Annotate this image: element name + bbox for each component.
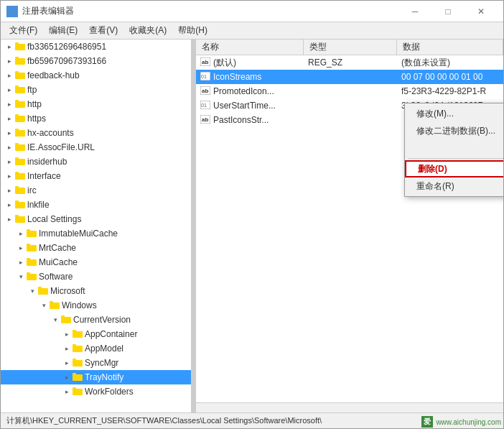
tree-item[interactable]: ▸ TrayNotify (1, 370, 191, 384)
tree-panel[interactable]: ▸ fb336512696486951▸ fb659670967393166▸ … (1, 40, 193, 412)
expand-icon[interactable]: ▸ (4, 142, 15, 153)
expand-icon[interactable]: ▾ (15, 271, 27, 282)
expand-icon[interactable]: ▸ (4, 84, 15, 96)
reg-name-text: UserStartTime... (213, 101, 276, 111)
reg-name-cell: 01 UserStartTime... (196, 101, 304, 111)
context-menu-item[interactable]: 修改二进制数据(B)... (405, 122, 503, 139)
close-button[interactable]: ✕ (465, 1, 498, 22)
svg-rect-34 (27, 259, 37, 266)
svg-rect-9 (15, 71, 19, 73)
expand-icon[interactable]: ▸ (4, 156, 15, 167)
expand-icon[interactable]: ▸ (61, 357, 73, 369)
col-header-data[interactable]: 数据 (397, 40, 503, 55)
menu-favorites[interactable]: 收藏夹(A) (123, 22, 172, 39)
context-menu-item[interactable] (405, 139, 503, 157)
context-menu-item[interactable]: 删除(D) (405, 160, 503, 177)
folder-icon (27, 243, 37, 254)
svg-text:ab: ab (202, 59, 208, 65)
svg-rect-47 (73, 344, 76, 346)
expand-icon[interactable]: ▸ (4, 98, 15, 110)
expand-icon[interactable]: ▸ (4, 199, 15, 211)
tree-item[interactable]: ▸ SyncMgr (1, 356, 191, 370)
menu-bar: 文件(F) 编辑(E) 查看(V) 收藏夹(A) 帮助(H) (1, 22, 503, 40)
reg-name-text: PastIconsStr... (213, 115, 269, 125)
expand-icon[interactable]: ▸ (4, 213, 15, 225)
expand-icon[interactable]: ▾ (27, 285, 38, 297)
svg-rect-25 (15, 186, 19, 188)
tree-item-label: ImmutableMuiCache (39, 229, 118, 239)
tree-item[interactable]: ▸ Local Settings (1, 212, 191, 226)
expand-icon[interactable]: ▸ (4, 70, 15, 81)
tree-item[interactable]: ▸ MuiCache (1, 255, 191, 269)
svg-rect-48 (73, 360, 83, 366)
tree-item[interactable]: ▸ Interface (1, 169, 191, 183)
expand-icon[interactable]: ▸ (61, 372, 73, 383)
expand-icon[interactable]: ▸ (15, 242, 27, 254)
tree-item[interactable]: ▾ Microsoft (1, 284, 191, 298)
tree-item[interactable]: ▸ AppModel (1, 341, 191, 356)
folder-icon (15, 128, 25, 139)
tree-item[interactable]: ▾ CurrentVersion (1, 313, 191, 327)
expand-icon[interactable]: ▸ (4, 170, 15, 182)
svg-rect-32 (27, 245, 37, 252)
col-header-name[interactable]: 名称 (196, 40, 304, 55)
svg-rect-35 (27, 258, 30, 260)
expand-icon[interactable]: ▾ (38, 300, 50, 311)
expand-icon[interactable]: ▸ (61, 386, 73, 397)
tree-item[interactable]: ▸ WorkFolders (1, 384, 191, 399)
tree-item[interactable]: ▸ MrtCache (1, 241, 191, 255)
svg-rect-15 (15, 114, 19, 116)
context-menu-item[interactable]: 修改(M)... (405, 105, 503, 122)
expand-icon[interactable]: ▸ (61, 328, 73, 340)
folder-icon (15, 85, 25, 96)
table-row[interactable]: 01 IconStreams00 07 00 00 00 01 00 (196, 70, 503, 84)
folder-icon (15, 70, 25, 81)
reg-data-cell: 00 07 00 00 00 01 00 (397, 72, 503, 82)
menu-view[interactable]: 查看(V) (83, 22, 123, 39)
folder-icon (15, 142, 25, 153)
col-header-type[interactable]: 类型 (304, 40, 397, 55)
app-icon (6, 6, 18, 17)
tree-item[interactable]: ▸ lnkfile (1, 198, 191, 212)
svg-rect-29 (15, 215, 19, 217)
tree-item[interactable]: ▸ ImmutableMuiCache (1, 226, 191, 241)
menu-edit[interactable]: 编辑(E) (43, 22, 83, 39)
tree-item[interactable]: ▸ https (1, 111, 191, 126)
expand-icon[interactable]: ▸ (4, 113, 15, 124)
table-row[interactable]: ab PromotedIcon...f5-23R3-4229-82P1-R (196, 84, 503, 98)
svg-rect-45 (73, 330, 76, 332)
svg-rect-36 (27, 274, 37, 280)
tree-item[interactable]: ▸ IE.AssocFile.URL (1, 140, 191, 154)
expand-icon[interactable]: ▾ (50, 314, 61, 326)
tree-item[interactable]: ▸ hx-accounts (1, 126, 191, 140)
expand-icon[interactable]: ▸ (15, 257, 27, 268)
expand-icon[interactable]: ▸ (4, 55, 15, 67)
folder-icon (15, 56, 25, 67)
menu-file[interactable]: 文件(F) (4, 22, 43, 39)
tree-item-label: ftp (27, 85, 37, 95)
expand-icon[interactable]: ▸ (61, 343, 73, 354)
right-panel: 名称 类型 数据 ab (默认)REG_SZ(数值未设置) 01 IconStr… (196, 40, 503, 412)
menu-help[interactable]: 帮助(H) (172, 22, 213, 39)
maximize-button[interactable]: □ (431, 1, 465, 22)
horizontal-scrollbar[interactable] (196, 402, 503, 412)
tree-item[interactable]: ▸ ftp (1, 83, 191, 97)
tree-item[interactable]: ▾ Windows (1, 298, 191, 313)
tree-item[interactable]: ▸ fb336512696486951 (1, 40, 191, 54)
svg-rect-24 (15, 188, 25, 194)
minimize-button[interactable]: ─ (398, 1, 431, 22)
tree-item[interactable]: ▸ AppContainer (1, 327, 191, 341)
tree-item[interactable]: ▸ fb659670967393166 (1, 54, 191, 68)
tree-item[interactable]: ▸ feedback-hub (1, 68, 191, 83)
expand-icon[interactable]: ▸ (4, 41, 15, 52)
tree-item[interactable]: ▾ Software (1, 269, 191, 284)
svg-rect-2 (8, 12, 11, 16)
expand-icon[interactable]: ▸ (4, 127, 15, 139)
tree-item[interactable]: ▸ insiderhub (1, 154, 191, 169)
tree-item[interactable]: ▸ irc (1, 183, 191, 198)
table-row[interactable]: ab (默认)REG_SZ(数值未设置) (196, 55, 503, 70)
tree-item[interactable]: ▸ http (1, 97, 191, 111)
expand-icon[interactable]: ▸ (4, 185, 15, 196)
context-menu-item[interactable]: 重命名(R) (405, 177, 503, 195)
expand-icon[interactable]: ▸ (15, 228, 27, 239)
